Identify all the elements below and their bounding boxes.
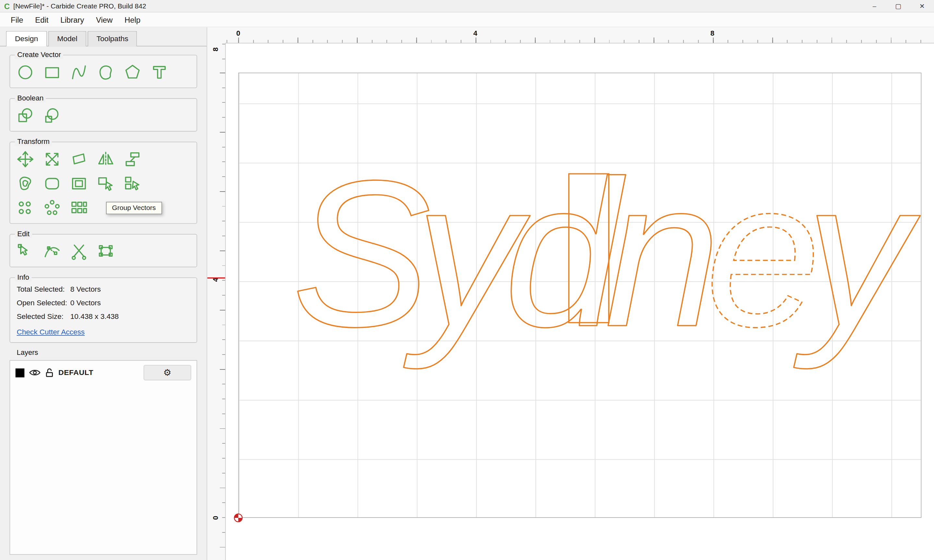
tangent-edit-tool[interactable] [42,242,62,262]
design-canvas[interactable]: Sydney 0 4 8 8 4 0 [207,27,934,560]
tab-design[interactable]: Design [6,31,47,47]
fillet-tool[interactable] [42,174,62,194]
selected-size-value: 10.438 x 3.438 [70,312,119,321]
text-icon [150,63,169,82]
ungroup-vectors-tool[interactable] [123,174,142,194]
panel-info-title: Info [15,273,31,282]
ungroup-vectors-icon [123,174,142,193]
sidebar: Design Model Toolpaths Create Vector [0,27,207,560]
vector-text-part1[interactable]: Sydn [292,137,712,371]
rotate-icon [70,150,88,169]
origin-marker-icon [233,513,243,522]
boundary-edit-tool[interactable] [96,242,116,262]
node-edit-icon [16,242,35,261]
curve-tool[interactable] [69,63,89,82]
tangent-edit-icon [43,242,61,261]
layer-settings-button[interactable]: ⚙ [144,365,191,380]
rectangle-icon [43,63,61,82]
panel-edit: Edit [9,234,197,268]
panel-info: Info Total Selected: 8 Vectors Open Sele… [9,277,197,343]
panel-create-vector: Create Vector [9,55,197,88]
panel-boolean-title: Boolean [15,94,46,102]
boolean-union-icon [16,107,35,125]
freehand-shape-icon [97,63,115,82]
horizontal-ruler: 0 4 8 [225,27,934,43]
vector-text-part2-dashed[interactable]: e [705,137,816,370]
circle-tool[interactable] [15,63,35,82]
h-ruler-label-0: 0 [236,29,240,38]
group-vectors-icon [97,174,115,193]
menu-edit[interactable]: Edit [29,13,54,26]
horizontal-ruler-ticks [225,27,934,43]
text-tool[interactable] [150,63,169,82]
menu-bar: File Edit Library View Help [0,12,934,28]
group-vectors-tool[interactable] [96,174,116,194]
close-button[interactable]: ✕ [910,0,934,12]
trim-scissors-icon [70,242,88,261]
boolean-subtract-icon [43,107,61,125]
freehand-tool[interactable] [96,63,116,82]
layer-row-default[interactable]: DEFAULT ⚙ [10,361,197,385]
tab-model[interactable]: Model [48,31,86,47]
check-cutter-access-link[interactable]: Check Cutter Access [17,328,85,336]
boolean-subtract-tool[interactable] [42,106,62,126]
app-window: C [NewFile]* - Carbide Create PRO, Build… [0,0,934,560]
title-bar: C [NewFile]* - Carbide Create PRO, Build… [0,0,934,12]
menu-help[interactable]: Help [119,13,146,26]
vector-artwork[interactable]: Sydney [207,27,934,560]
radial-array-icon [43,198,61,217]
rectangle-tool[interactable] [42,63,62,82]
align-icon [123,150,142,169]
panel-layers-title: Layers [14,348,40,357]
scale-icon [43,150,61,169]
boolean-union-tool[interactable] [15,106,35,126]
mirror-icon [97,150,115,169]
rotate-tool[interactable] [69,149,89,169]
scale-tool[interactable] [42,149,62,169]
minimize-button[interactable]: – [863,0,886,12]
v-ruler-label-8: 8 [211,42,220,56]
trim-vectors-tool[interactable] [69,242,89,262]
align-tool[interactable] [123,149,142,169]
rounded-rectangle-icon [43,174,61,193]
total-selected-value: 8 Vectors [70,285,101,294]
menu-view[interactable]: View [90,13,119,26]
gear-icon: ⚙ [163,367,171,378]
polygon-tool[interactable] [123,63,142,82]
tooltip-group-vectors: Group Vectors [106,202,162,215]
move-tool[interactable] [15,149,35,169]
vector-text-part3[interactable]: y [792,137,923,371]
layer-name: DEFAULT [59,368,93,377]
curve-icon [70,63,88,82]
v-ruler-label-0: 0 [211,511,220,525]
panel-create-vector-title: Create Vector [15,51,63,59]
offset-vectors-tool[interactable] [15,174,35,194]
grid-array-tool[interactable] [69,198,89,218]
panel-transform: Transform [9,142,197,224]
tab-toolpaths[interactable]: Toolpaths [88,31,137,47]
vector-text-sydney[interactable]: Sydney [292,137,923,371]
panel-layers: Layers DEFAULT ⚙ [9,353,197,555]
mirror-tool[interactable] [96,149,116,169]
offset-outline-tool[interactable] [69,174,89,194]
vertical-ruler: 8 4 0 [207,43,226,560]
maximize-button[interactable]: ▢ [886,0,910,12]
radial-array-tool[interactable] [42,198,62,218]
open-selected-value: 0 Vectors [70,299,101,307]
menu-file[interactable]: File [5,13,29,26]
menu-library[interactable]: Library [54,13,90,26]
total-selected-label: Total Selected: [17,285,70,294]
circle-array-tool[interactable] [15,198,35,218]
unlock-icon[interactable] [45,368,54,377]
layers-list: DEFAULT ⚙ [9,360,197,555]
v-ruler-label-4: 4 [211,272,220,287]
offset-vectors-icon [16,174,35,193]
grid-array-icon [70,198,88,217]
node-edit-tool[interactable] [15,242,35,262]
move-icon [16,150,35,169]
layer-color-swatch[interactable] [15,368,25,377]
visibility-eye-icon[interactable] [29,368,40,377]
window-title: [NewFile]* - Carbide Create PRO, Build 8… [13,2,146,9]
ruler-corner [207,27,225,43]
open-selected-label: Open Selected: [17,299,70,307]
